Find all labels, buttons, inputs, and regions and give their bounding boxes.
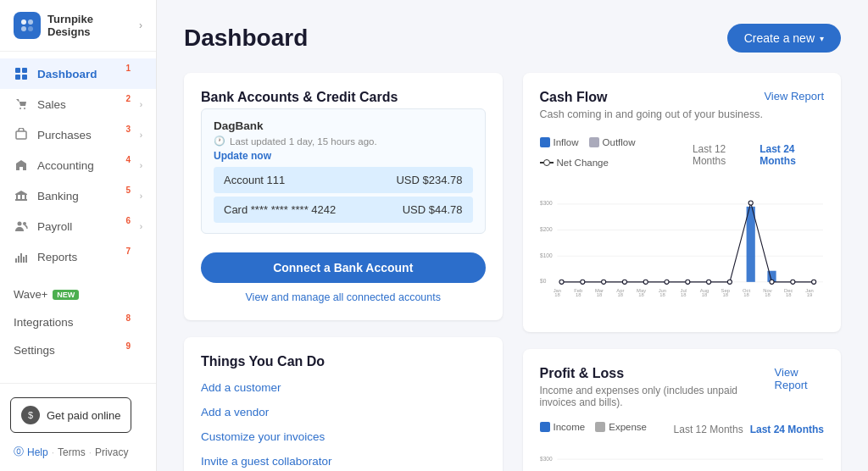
svg-text:Jan: Jan — [805, 288, 813, 293]
svg-text:May: May — [637, 288, 646, 293]
banking-chevron-icon: › — [140, 191, 142, 201]
cashflow-time-range: Last 12 Months Last 24 Months — [693, 143, 824, 167]
integrations-number: 8 — [125, 313, 131, 323]
svg-point-33 — [580, 280, 584, 284]
sidebar-item-accounting[interactable]: Accounting 4 › — [0, 150, 156, 180]
sidebar-item-sales[interactable]: Sales 2 › — [0, 89, 156, 119]
help-label[interactable]: Help — [27, 446, 48, 458]
payroll-label: Payroll — [37, 220, 131, 233]
svg-text:Feb: Feb — [574, 288, 582, 293]
dashboard-icon — [14, 66, 29, 81]
pl-24months-btn[interactable]: Last 24 Months — [750, 424, 824, 435]
svg-text:18: 18 — [765, 292, 770, 297]
svg-point-36 — [643, 280, 648, 284]
svg-rect-30 — [746, 207, 754, 282]
svg-text:Mar: Mar — [594, 288, 603, 293]
svg-rect-17 — [15, 258, 17, 263]
inflow-dot — [540, 137, 550, 147]
accounting-icon — [14, 158, 29, 173]
svg-point-0 — [21, 19, 26, 25]
add-vendor-link[interactable]: Add a vendor — [201, 406, 486, 418]
customize-invoices-link[interactable]: Customize your invoices — [201, 430, 486, 443]
svg-text:18: 18 — [722, 292, 727, 297]
sales-label: Sales — [37, 98, 131, 111]
svg-rect-5 — [22, 68, 27, 73]
get-paid-button[interactable]: $ Get paid online — [10, 397, 131, 433]
clock-icon: 🕐 — [214, 136, 225, 147]
outflow-dot — [589, 137, 599, 147]
cashflow-12months-btn[interactable]: Last 12 Months — [693, 143, 753, 167]
svg-rect-11 — [16, 195, 18, 199]
app-logo-icon — [14, 12, 41, 39]
terms-label[interactable]: Terms — [58, 446, 86, 458]
update-now-link[interactable]: Update now — [214, 150, 473, 162]
card-amount: USD $44.78 — [403, 203, 463, 216]
svg-text:18: 18 — [575, 292, 580, 297]
net-change-line — [540, 162, 554, 163]
svg-point-42 — [769, 280, 773, 284]
page-title: Dashboard — [184, 25, 308, 52]
connect-bank-button[interactable]: Connect a Bank Account — [201, 252, 486, 283]
invite-collaborator-link[interactable]: Invite a guest collaborator — [201, 455, 486, 468]
svg-point-15 — [18, 222, 22, 226]
inflow-legend: Inflow — [540, 137, 579, 147]
pl-subtitle: Income and expenses only (includes unpai… — [540, 385, 775, 408]
add-customer-link[interactable]: Add a customer — [201, 381, 486, 394]
sidebar-item-dashboard[interactable]: Dashboard 1 — [0, 58, 156, 89]
sidebar-item-purchases[interactable]: Purchases 3 › — [0, 119, 156, 150]
svg-text:$200: $200 — [540, 226, 553, 232]
cashflow-title-block: Cash Flow Cash coming in and going out o… — [540, 90, 763, 130]
purchases-label: Purchases — [37, 129, 131, 141]
svg-point-43 — [790, 280, 794, 284]
cashflow-legend: Inflow Outflow Net Change — [540, 137, 693, 168]
svg-rect-10 — [16, 131, 26, 139]
svg-point-8 — [19, 108, 21, 109]
sidebar-item-banking[interactable]: Banking 5 › — [0, 180, 156, 211]
svg-rect-14 — [15, 199, 27, 201]
svg-text:18: 18 — [596, 292, 601, 297]
pl-view-report-link[interactable]: View Report — [775, 366, 824, 391]
svg-text:18: 18 — [617, 292, 622, 297]
wave-plus-label: Wave+ NEW — [14, 288, 79, 301]
sidebar-item-payroll[interactable]: Payroll 6 › — [0, 211, 156, 241]
payroll-number: 6 — [125, 216, 131, 225]
privacy-label[interactable]: Privacy — [95, 446, 128, 458]
sidebar-item-integrations[interactable]: Integrations 8 — [0, 308, 156, 336]
svg-text:$0: $0 — [540, 278, 547, 284]
account-label: Account 111 — [224, 174, 285, 186]
svg-point-40 — [727, 280, 732, 284]
sidebar-logo[interactable]: Turnpike Designs › — [0, 0, 156, 52]
pl-title: Profit & Loss — [540, 366, 775, 381]
purchases-number: 3 — [125, 125, 131, 134]
svg-text:Apr: Apr — [616, 288, 624, 293]
content-grid: Bank Accounts & Credit Cards DagBank 🕐 L… — [184, 73, 841, 471]
get-paid-label: Get paid online — [47, 409, 120, 422]
settings-number: 9 — [125, 341, 131, 351]
cashflow-view-report-link[interactable]: View Report — [764, 90, 824, 103]
svg-point-34 — [601, 280, 605, 284]
svg-point-44 — [811, 280, 815, 284]
sidebar-item-reports[interactable]: Reports 7 — [0, 241, 156, 272]
app-name: Turnpike Designs — [47, 13, 132, 38]
svg-text:19: 19 — [806, 292, 811, 297]
sidebar-item-wave-plus[interactable]: Wave+ NEW — [0, 280, 156, 308]
create-new-button[interactable]: Create a new ▾ — [727, 24, 841, 53]
view-manage-link[interactable]: View and manage all connected accounts — [201, 291, 486, 303]
sales-chevron-icon: › — [140, 100, 142, 109]
right-column: Cash Flow Cash coming in and going out o… — [523, 73, 842, 471]
bank-accounts-card: Bank Accounts & Credit Cards DagBank 🕐 L… — [184, 73, 503, 320]
svg-text:Jan: Jan — [553, 288, 560, 293]
accounting-label: Accounting — [37, 159, 131, 172]
purchases-icon — [14, 127, 29, 142]
settings-label: Settings — [14, 344, 142, 357]
left-column: Bank Accounts & Credit Cards DagBank 🕐 L… — [184, 73, 503, 471]
svg-point-32 — [559, 280, 563, 284]
cashflow-24months-btn[interactable]: Last 24 Months — [760, 143, 824, 167]
help-circle-icon: ⓪ — [14, 445, 24, 459]
svg-text:18: 18 — [638, 292, 643, 297]
pl-legend: Income Expense — [540, 422, 647, 432]
sidebar-item-settings[interactable]: Settings 9 — [0, 336, 156, 364]
pl-12months-btn[interactable]: Last 12 Months — [674, 424, 743, 435]
expense-label: Expense — [609, 422, 647, 432]
outflow-label: Outflow — [603, 137, 636, 147]
